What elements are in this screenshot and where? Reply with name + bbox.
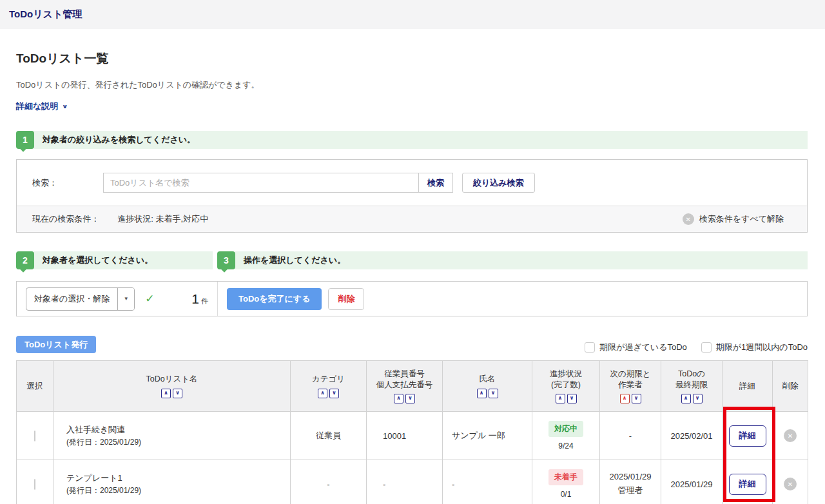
- target-select-label: 対象者の選択・解除: [26, 288, 117, 310]
- checkbox-icon[interactable]: [585, 342, 595, 353]
- selected-count-unit: 件: [201, 296, 208, 306]
- col-header-person: 氏名 ∧ ∨: [443, 361, 532, 412]
- filter-overdue-label: 期限が過ぎているToDo: [599, 342, 687, 353]
- page-description: ToDoリストの発行、発行されたToDoリストの確認ができます。: [16, 79, 808, 91]
- col-header-next-deadline: 次の期限と作業者 ∧ ∨: [600, 361, 661, 412]
- sort-up-icon[interactable]: ∧: [681, 394, 691, 403]
- todo-list-name: 入社手続き関連: [66, 423, 290, 436]
- table-row: 入社手続き関連 (発行日：2025/01/29) 従業員 10001 サンプル …: [17, 412, 808, 460]
- app-title: ToDoリスト管理: [9, 8, 82, 21]
- sort-up-icon[interactable]: ∧: [477, 389, 487, 398]
- final-deadline-cell: 2025/01/29: [661, 460, 723, 504]
- step-3-badge: 3: [217, 251, 235, 269]
- col-header-name: ToDoリスト名 ∧ ∨: [53, 361, 291, 412]
- detail-button[interactable]: 詳細: [729, 425, 766, 447]
- detail-button[interactable]: 詳細: [729, 474, 766, 495]
- col-header-final-deadline: ToDoの最終期限 ∧ ∨: [661, 361, 723, 412]
- detail-description-link[interactable]: 詳細な説明 ∨: [16, 101, 68, 112]
- selected-count: 1 件: [191, 291, 208, 307]
- clear-all-label: 検索条件をすべて解除: [699, 213, 784, 225]
- search-panel: 検索： 検索 絞り込み検索 現在の検索条件： 進捗状況: 未着手,対応中 ✕ 検…: [16, 159, 808, 233]
- current-conditions-value: 進捗状況: 未着手,対応中: [117, 213, 208, 225]
- close-icon: ✕: [683, 213, 694, 225]
- sort-down-icon[interactable]: ∨: [632, 394, 641, 403]
- step-3-label: 操作を選択してください。: [235, 251, 808, 269]
- progress-count: 9/24: [532, 441, 599, 451]
- sort-down-icon[interactable]: ∨: [567, 394, 577, 403]
- step-2: 2 対象者を選択してください。: [16, 251, 213, 269]
- step-2-badge: 2: [16, 251, 34, 269]
- sort-down-icon[interactable]: ∨: [405, 394, 415, 403]
- search-button[interactable]: 検索: [418, 173, 453, 193]
- sort-up-icon[interactable]: ∧: [161, 389, 171, 398]
- action-panel: 対象者の選択・解除 ▼ ✓ 1 件 ToDoを完了にする 削除: [16, 281, 808, 316]
- sort-down-icon[interactable]: ∨: [489, 389, 498, 398]
- col-header-status: 進捗状況(完了数) ∧ ∨: [532, 361, 600, 412]
- person-name-cell: -: [443, 460, 532, 504]
- final-deadline-cell: 2025/02/01: [661, 412, 723, 460]
- row-checkbox[interactable]: [34, 479, 35, 490]
- col-header-select: 選択: [17, 361, 53, 412]
- search-input[interactable]: [103, 173, 419, 193]
- table-row: テンプレート1 (発行日：2025/01/29) - - - 未着手 0/1 2…: [17, 460, 808, 504]
- filter-within-week-label: 期限が1週間以内のToDo: [716, 342, 808, 353]
- filter-within-week-checkbox[interactable]: 期限が1週間以内のToDo: [701, 342, 808, 353]
- row-checkbox[interactable]: [34, 431, 35, 441]
- sort-down-icon[interactable]: ∨: [329, 389, 339, 398]
- target-select-dropdown[interactable]: 対象者の選択・解除 ▼: [26, 287, 135, 311]
- table-header-row: 選択 ToDoリスト名 ∧ ∨ カテゴリ ∧: [17, 361, 808, 412]
- category-cell: -: [291, 460, 367, 504]
- issue-todo-list-button[interactable]: ToDoリスト発行: [16, 336, 96, 353]
- current-search-conditions: 現在の検索条件： 進捗状況: 未着手,対応中 ✕ 検索条件をすべて解除: [17, 206, 807, 232]
- person-name-cell: サンプル 一郎: [443, 412, 532, 460]
- step-1-badge: 1: [16, 131, 34, 149]
- col-header-employee-number: 従業員番号個人支払先番号 ∧ ∨: [367, 361, 443, 412]
- dropdown-caret-icon[interactable]: ▼: [117, 288, 134, 310]
- chevron-down-icon: ∨: [62, 103, 68, 110]
- col-header-delete: 削除: [773, 361, 808, 412]
- next-deadline-cell: -: [600, 412, 661, 460]
- page-title: ToDoリスト一覧: [16, 50, 808, 67]
- sort-down-icon[interactable]: ∨: [693, 394, 703, 403]
- progress-count: 0/1: [532, 490, 599, 499]
- next-worker-cell: 管理者: [600, 484, 661, 498]
- todo-list-table: 選択 ToDoリスト名 ∧ ∨ カテゴリ ∧: [16, 360, 808, 504]
- clear-all-conditions-button[interactable]: ✕ 検索条件をすべて解除: [683, 213, 791, 225]
- sort-up-icon[interactable]: ∧: [394, 394, 403, 403]
- current-conditions-label: 現在の検索条件：: [32, 213, 99, 225]
- employee-number-cell: -: [367, 460, 443, 504]
- delete-row-icon[interactable]: ✕: [784, 478, 797, 490]
- category-cell: 従業員: [291, 412, 367, 460]
- delete-button[interactable]: 削除: [328, 288, 364, 310]
- col-header-detail: 詳細: [723, 361, 773, 412]
- step-2-label: 対象者を選択してください。: [34, 251, 213, 269]
- next-deadline-cell: 2025/01/29: [600, 470, 661, 484]
- checkbox-icon[interactable]: [701, 342, 712, 353]
- todo-list-name: テンプレート1: [66, 472, 290, 485]
- col-header-category: カテゴリ ∧ ∨: [291, 361, 367, 412]
- sort-up-icon[interactable]: ∧: [318, 389, 327, 398]
- sort-up-icon[interactable]: ∧: [556, 394, 565, 403]
- complete-todo-button[interactable]: ToDoを完了にする: [227, 288, 322, 310]
- detail-link-label: 詳細な説明: [16, 101, 58, 112]
- selected-count-number: 1: [191, 291, 199, 307]
- sort-down-icon[interactable]: ∨: [173, 389, 182, 398]
- step-3: 3 操作を選択してください。: [217, 251, 808, 269]
- todo-issued-date: (発行日：2025/01/29): [66, 436, 290, 448]
- search-label: 検索：: [32, 177, 103, 189]
- filter-search-button[interactable]: 絞り込み検索: [462, 173, 535, 193]
- employee-number-cell: 10001: [367, 412, 443, 460]
- delete-row-icon[interactable]: ✕: [784, 429, 797, 442]
- step-1-label: 対象者の絞り込みを検索してください。: [34, 131, 808, 149]
- status-badge: 対応中: [548, 421, 583, 437]
- filter-overdue-checkbox[interactable]: 期限が過ぎているToDo: [585, 342, 687, 353]
- check-icon: ✓: [145, 292, 154, 305]
- sort-up-icon-active[interactable]: ∧: [620, 394, 630, 403]
- todo-issued-date: (発行日：2025/01/29): [66, 485, 290, 496]
- step-1: 1 対象者の絞り込みを検索してください。: [16, 131, 808, 149]
- status-badge: 未着手: [548, 469, 583, 485]
- app-header: ToDoリスト管理: [0, 0, 825, 29]
